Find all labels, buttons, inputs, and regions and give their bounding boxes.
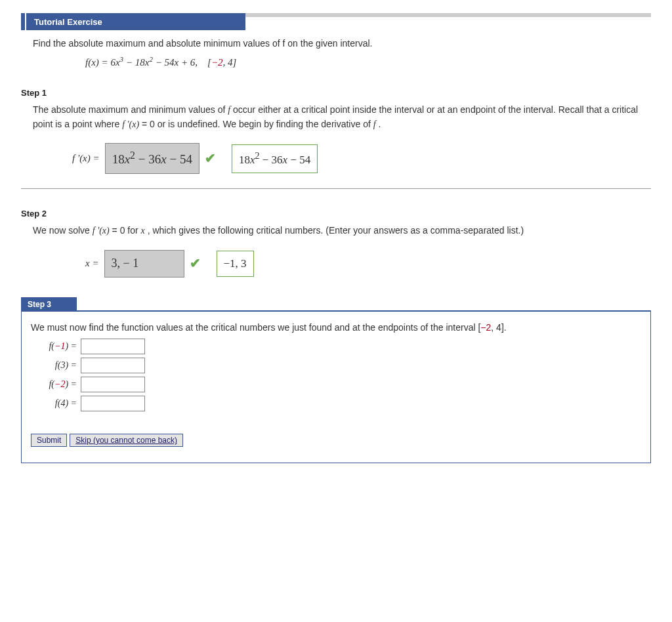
function-value-label: f(−2) =: [31, 379, 81, 390]
step2-text-2: = 0 for: [112, 225, 141, 236]
step2-answer-row: x = 3, − 1 ✔ −1, 3: [85, 250, 644, 278]
function-value-row: f(−1) =: [31, 339, 641, 354]
step1-correct-answer: 18x2 − 36x − 54: [232, 144, 318, 173]
exercise-header: Tutorial Exercise: [21, 13, 651, 30]
step1-label: Step 1: [21, 88, 651, 98]
function-value-input[interactable]: [81, 339, 145, 354]
step3-interval-rest: , 4].: [491, 322, 506, 333]
check-icon: ✔: [205, 148, 216, 169]
interval-open: [: [198, 57, 211, 68]
step3-interval-neg: −2: [480, 322, 491, 333]
function-value-input[interactable]: [81, 358, 145, 373]
step1-text-3: = 0 or is undefined. We begin by finding…: [142, 119, 373, 129]
step3-header-line: [77, 310, 651, 312]
step2-correct-answer: −1, 3: [217, 251, 254, 277]
step3-text-1: We must now find the function values at …: [31, 322, 480, 333]
step1-answer-row: f '(x) = 18x2 − 36x − 54 ✔ 18x2 − 36x − …: [72, 143, 644, 174]
formula-part-2: − 18x: [123, 57, 149, 68]
formula-part-1: f(x) = 6x: [85, 57, 120, 68]
step1-text-4: .: [378, 119, 381, 129]
formula-part-3: − 54x + 6,: [153, 57, 198, 68]
step2-lhs: x =: [85, 256, 99, 271]
step1-text-1: The absolute maximum and minimum values …: [33, 104, 228, 115]
step1-lhs: f '(x) =: [72, 151, 100, 166]
step1-f-2: f: [373, 119, 376, 129]
submit-button[interactable]: Submit: [31, 434, 67, 447]
function-value-input[interactable]: [81, 377, 145, 392]
step2-text-3: , which gives the following critical num…: [148, 225, 524, 236]
skip-button[interactable]: Skip (you cannot come back): [70, 434, 183, 447]
step2-body: We now solve f '(x) = 0 for x , which gi…: [33, 224, 644, 278]
step1-fprime: f '(x): [122, 119, 139, 129]
prompt-section: Find the absolute maximum and absolute m…: [33, 38, 644, 68]
function-value-label: f(−1) =: [31, 341, 81, 352]
header-accent-bar: [21, 13, 25, 30]
function-value-label: f(3) =: [31, 360, 81, 371]
function-value-rows: f(−1) =f(3) =f(−2) =f(4) =: [31, 339, 641, 411]
step1-student-answer[interactable]: 18x2 − 36x − 54: [105, 143, 200, 174]
header-grey-bar: [245, 13, 651, 17]
interval-rest: , 4]: [223, 57, 237, 68]
function-value-row: f(4) =: [31, 396, 641, 411]
page-root: Tutorial Exercise Find the absolute maxi…: [21, 13, 651, 463]
step3-frame: We must now find the function values at …: [21, 312, 651, 464]
step2-fprime: f '(x): [93, 226, 110, 236]
step2-label: Step 2: [21, 209, 651, 218]
function-value-row: f(−2) =: [31, 377, 641, 392]
step2-student-answer[interactable]: 3, − 1: [104, 250, 184, 278]
interval-neg: −2: [211, 57, 223, 68]
prompt-formula: f(x) = 6x3 − 18x2 − 54x + 6, [−2, 4]: [85, 55, 644, 68]
function-value-label: f(4) =: [31, 398, 81, 409]
step2-x: x: [141, 226, 145, 236]
step3-label: Step 3: [21, 297, 77, 312]
step3-body: We must now find the function values at …: [31, 321, 641, 335]
step2-text-1: We now solve: [33, 225, 93, 236]
step3-header-row: Step 3: [21, 297, 651, 312]
exercise-title: Tutorial Exercise: [26, 13, 245, 30]
step1-body: The absolute maximum and minimum values …: [33, 103, 644, 174]
check-icon: ✔: [190, 253, 201, 274]
prompt-text: Find the absolute maximum and absolute m…: [33, 38, 644, 49]
function-value-row: f(3) =: [31, 358, 641, 373]
function-value-input[interactable]: [81, 396, 145, 411]
step1-f-1: f: [228, 105, 230, 115]
divider-1: [21, 188, 651, 189]
button-row: Submit Skip (you cannot come back): [31, 434, 641, 447]
